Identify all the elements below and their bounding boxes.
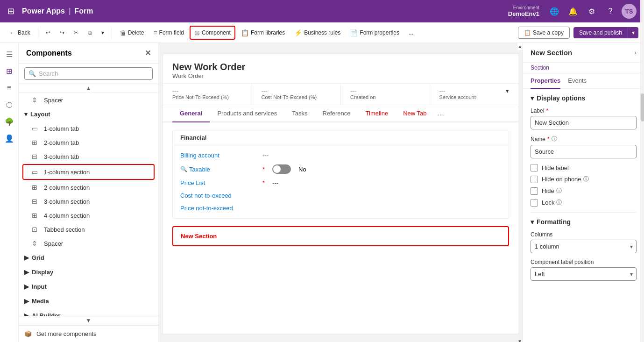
dropdown-button[interactable]: ▾ [98,27,108,38]
back-button[interactable]: ← Back [6,27,34,39]
toolbar-divider-2 [112,27,112,38]
financial-section: Financial Billing account --- 🔍 Taxable … [172,130,509,219]
display-group-header[interactable]: ▶ Display [19,265,158,279]
tab-products-services[interactable]: Products and services [210,105,284,122]
help-icon[interactable]: ? [603,4,618,19]
field-service-account: --- ▾ Service account [430,84,519,105]
tabbed-section-icon: ⊡ [30,226,39,233]
people-icon[interactable]: 👤 [2,131,17,146]
new-section-box[interactable]: New Section [172,226,509,246]
name-input[interactable] [531,145,637,158]
props-subtitle: Section [523,63,644,73]
hide-label-checkbox[interactable] [531,164,538,171]
cut-button[interactable]: ✂ [70,27,82,38]
tab-general[interactable]: General [172,105,210,122]
close-icon[interactable]: ✕ [145,49,151,57]
hide-label-row[interactable]: Hide label [531,164,637,171]
form-properties-button[interactable]: 📄 Form properties [346,27,403,39]
1col-section-item[interactable]: ▭ 1-column section [22,164,155,180]
hide-on-phone-info-icon[interactable]: ⓘ [583,175,589,183]
hide-info-icon[interactable]: ⓘ [556,187,562,195]
label-position-field: Component label position Left Right Top … [531,259,637,281]
components-list: ⇕ Spacer ▾ Layout ▭ 1-column tab ⊞ 2-col… [19,93,158,316]
components-icon[interactable]: ⊞ [2,64,17,78]
list-item[interactable]: ⊟ 3-column tab [19,150,158,164]
label-position-select[interactable]: Left Right Top None [531,267,637,281]
get-more-components-button[interactable]: 📦 Get more components [19,325,158,342]
form-field-button[interactable]: ≡ Form field [149,27,188,39]
form-content: New Work Order Work Order --- Price Not-… [163,54,519,334]
label-position-select-wrap: Left Right Top None ▾ [531,267,637,281]
list-item[interactable]: ⇕ Spacer [19,93,158,107]
tree-icon[interactable]: 🌳 [2,114,17,129]
toolbar-divider-1 [38,27,38,38]
save-publish-dropdown[interactable]: ▾ [628,27,638,38]
bell-icon[interactable]: 🔔 [566,4,580,19]
components-search-area: 🔍 [19,64,158,84]
grid-icon[interactable]: ⊞ [7,6,14,16]
form-libraries-button[interactable]: 📋 Form libraries [237,27,289,39]
hide-checkbox[interactable] [531,187,538,195]
search-input[interactable] [39,70,149,77]
list-item[interactable]: ⊞ 2-column section [19,180,158,194]
columns-field: Columns 1 column 2 columns 3 columns 4 c… [531,231,637,253]
undo-button[interactable]: ↩ [42,27,54,38]
component-button[interactable]: ⊞ Component [190,26,235,40]
display-options-header[interactable]: ▾ Display options [531,94,637,102]
hide-row[interactable]: Hide ⓘ [531,187,637,195]
formatting-header[interactable]: ▾ Formatting [531,218,637,226]
tabbed-section-item[interactable]: ⊡ Tabbed section [19,222,158,236]
business-rules-button[interactable]: ⚡ Business rules [290,27,344,39]
grid-group-header[interactable]: ▶ Grid [19,250,158,265]
columns-select[interactable]: 1 column 2 columns 3 columns 4 columns [531,240,637,253]
field-price-not-exceed: --- Price Not-To-Exceed (%) [163,84,252,105]
delete-button[interactable]: 🗑 Delete [116,27,148,39]
paste-button[interactable]: ⧉ [84,27,96,38]
save-publish-button[interactable]: Save and publish [573,27,628,38]
taxable-required-star: * [262,166,265,173]
lock-checkbox[interactable] [531,199,538,207]
tabs-more-button[interactable]: ... [434,105,447,121]
redo-icon: ↪ [60,29,64,36]
redo-button[interactable]: ↪ [56,27,68,38]
tab-timeline[interactable]: Timeline [358,105,396,122]
lock-row[interactable]: Lock ⓘ [531,199,637,207]
tab-reference[interactable]: Reference [315,105,358,122]
hide-on-phone-checkbox[interactable] [531,176,538,183]
globe-icon[interactable]: 🌐 [547,4,562,19]
save-dropdown-icon: ▾ [632,29,635,36]
list-item[interactable]: ▭ 1-column tab [19,121,158,135]
tab-new-tab[interactable]: New Tab [396,105,434,122]
ai-builder-group-header[interactable]: ▶ AI Builder [19,308,158,316]
tab-events[interactable]: Events [568,73,587,89]
label-input[interactable] [531,116,637,129]
more-button[interactable]: ... [405,27,417,38]
scroll-up-button[interactable]: ▲ [86,85,92,92]
chevron-right-icon: ▶ [24,283,29,290]
name-info-icon[interactable]: ⓘ [552,135,557,143]
settings-icon[interactable]: ⚙ [584,4,599,19]
canvas-scroll-up[interactable]: ▲ [517,43,523,50]
avatar[interactable]: TS [622,4,637,19]
menu-icon[interactable]: ☰ [2,47,17,62]
save-copy-button[interactable]: 📋 Save a copy [518,27,570,39]
scroll-down-button[interactable]: ▼ [86,317,92,324]
layout-group-header[interactable]: ▾ Layout [19,107,158,121]
tab-properties[interactable]: Properties [531,73,560,89]
list-item[interactable]: ⊞ 2-column tab [19,135,158,150]
props-expand-icon[interactable]: › [635,49,637,56]
layers-icon[interactable]: ⬡ [2,97,17,112]
price-not-exceed-row: Price not-to-exceed [173,202,509,214]
fields-icon[interactable]: ≡ [2,80,17,95]
search-icon: 🔍 [28,70,36,77]
list-item[interactable]: ⇕ Spacer [19,236,158,250]
taxable-toggle[interactable] [272,164,291,174]
list-item[interactable]: ⊟ 3-column section [19,194,158,208]
list-item[interactable]: ⊞ 4-column section [19,208,158,222]
tab-tasks[interactable]: Tasks [284,105,315,122]
hide-on-phone-row[interactable]: Hide on phone ⓘ [531,175,637,183]
input-group-header[interactable]: ▶ Input [19,279,158,294]
canvas-scroll-down[interactable]: ▼ [517,338,523,342]
media-group-header[interactable]: ▶ Media [19,294,158,308]
lock-info-icon[interactable]: ⓘ [556,199,562,207]
